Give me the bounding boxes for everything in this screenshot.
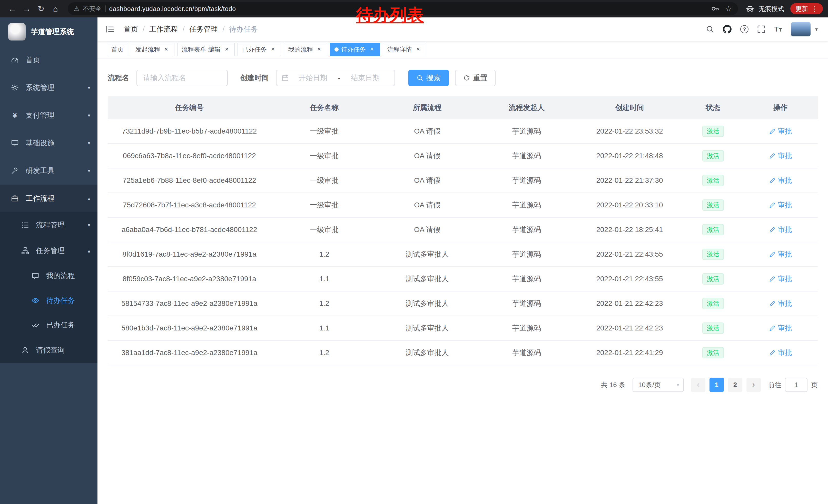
tab-done-tasks[interactable]: 已办任务 × — [238, 43, 281, 56]
tab-process-form-edit[interactable]: 流程表单-编辑 × — [177, 43, 235, 56]
end-date-placeholder[interactable]: 结束日期 — [341, 73, 389, 83]
chevron-down-icon: ▾ — [677, 382, 679, 388]
approve-link[interactable]: 审批 — [769, 151, 792, 161]
cell-initiator: 芋道源码 — [477, 168, 576, 193]
goto-page-input[interactable] — [785, 378, 808, 392]
chevron-down-icon: ▾ — [88, 85, 90, 91]
next-page-button[interactable]: › — [746, 378, 761, 392]
user-avatar[interactable] — [791, 22, 811, 36]
browser-back-icon[interactable]: ← — [5, 2, 19, 16]
page-size-select[interactable]: 10条/页 ▾ — [632, 378, 684, 392]
tab-todo-tasks-active[interactable]: 待办任务 × — [330, 43, 380, 56]
sidebar-item-system[interactable]: 系统管理 ▾ — [0, 74, 97, 101]
cell-action: 审批 — [743, 193, 818, 217]
cell-create-time: 2022-01-21 22:42:23 — [576, 316, 683, 340]
security-label[interactable]: 不安全 — [83, 5, 101, 13]
cell-task-name: 1.2 — [271, 340, 378, 365]
close-icon[interactable]: × — [223, 46, 230, 53]
chevron-down-icon: ▾ — [88, 168, 90, 174]
breadcrumb-task-management[interactable]: 任务管理 — [189, 25, 218, 34]
process-name-input[interactable] — [136, 70, 228, 86]
cell-process: OA 请假 — [378, 217, 477, 242]
sidebar-item-workflow[interactable]: 工作流程 ▴ — [0, 185, 97, 212]
chat-bubble-icon — [31, 272, 40, 280]
approve-link[interactable]: 审批 — [769, 176, 792, 185]
sidebar-item-leave-query[interactable]: 请假查询 — [0, 337, 97, 363]
sidebar-item-done-tasks[interactable]: 已办任务 — [0, 313, 97, 337]
approve-link[interactable]: 审批 — [769, 323, 792, 333]
tab-start-process[interactable]: 发起流程 × — [131, 43, 174, 56]
sidebar-item-process-management[interactable]: 流程管理 ▾ — [0, 212, 97, 238]
cell-task-name: 1.1 — [271, 267, 378, 291]
sidebar-item-infrastructure[interactable]: 基础设施 ▾ — [0, 129, 97, 157]
tab-process-detail[interactable]: 流程详情 × — [383, 43, 426, 56]
approve-link[interactable]: 审批 — [769, 274, 792, 284]
close-icon[interactable]: × — [269, 46, 277, 53]
approve-link[interactable]: 审批 — [769, 249, 792, 259]
start-date-placeholder[interactable]: 开始日期 — [289, 73, 337, 83]
sidebar-toggle-icon[interactable] — [106, 26, 114, 33]
prev-page-button[interactable]: ‹ — [691, 378, 705, 392]
cell-status: 激活 — [683, 119, 743, 144]
annotation-text: 待办列表 — [356, 4, 424, 27]
sidebar-item-my-process[interactable]: 我的流程 — [0, 264, 97, 288]
tab-home[interactable]: 首页 — [107, 43, 128, 56]
menu-dots-icon[interactable]: ⋮ — [811, 5, 818, 12]
browser-reload-icon[interactable]: ↻ — [34, 2, 48, 16]
refresh-icon — [463, 75, 470, 81]
tab-my-process[interactable]: 我的流程 × — [284, 43, 327, 56]
close-icon[interactable]: × — [415, 46, 422, 53]
column-header: 状态 — [683, 96, 743, 119]
avatar-caret-icon[interactable]: ▾ — [815, 26, 818, 32]
app-logo[interactable]: 芋道管理系统 — [0, 17, 97, 46]
reset-button[interactable]: 重置 — [455, 70, 496, 86]
cell-initiator: 芋道源码 — [477, 340, 576, 365]
approve-link[interactable]: 审批 — [769, 200, 792, 210]
cell-create-time: 2022-01-21 22:43:55 — [576, 242, 683, 267]
breadcrumb-workflow[interactable]: 工作流程 — [149, 25, 178, 34]
approve-link[interactable]: 审批 — [769, 299, 792, 308]
search-button[interactable]: 搜索 — [408, 70, 449, 86]
close-icon[interactable]: × — [316, 46, 323, 53]
cell-action: 审批 — [743, 217, 818, 242]
approve-link[interactable]: 审批 — [769, 126, 792, 136]
sidebar-item-home[interactable]: 首页 — [0, 46, 97, 74]
close-icon[interactable]: × — [368, 46, 376, 53]
page-button-2[interactable]: 2 — [728, 378, 742, 392]
sidebar-item-devtools[interactable]: 研发工具 ▾ — [0, 157, 97, 185]
breadcrumb-home[interactable]: 首页 — [124, 25, 138, 34]
page-button-1[interactable]: 1 — [709, 378, 724, 392]
fullscreen-icon[interactable] — [757, 25, 765, 33]
password-key-icon[interactable] — [711, 5, 719, 13]
cell-initiator: 芋道源码 — [477, 144, 576, 168]
cell-process: 测试多审批人 — [378, 340, 477, 365]
approve-link[interactable]: 审批 — [769, 348, 792, 358]
bookmark-star-icon[interactable]: ☆ — [726, 5, 732, 13]
page-url[interactable]: dashboard.yudao.iocoder.cn/bpm/task/todo — [109, 5, 236, 12]
approve-link[interactable]: 审批 — [769, 225, 792, 235]
help-icon[interactable]: ? — [740, 25, 748, 33]
browser-forward-icon[interactable]: → — [19, 2, 34, 16]
browser-home-icon[interactable]: ⌂ — [48, 2, 63, 16]
chevron-down-icon: ▾ — [88, 140, 90, 146]
sidebar-item-payment[interactable]: ¥ 支付管理 ▾ — [0, 101, 97, 129]
calendar-icon — [282, 74, 289, 82]
github-icon[interactable] — [723, 25, 732, 34]
cell-status: 激活 — [683, 217, 743, 242]
search-icon[interactable] — [706, 25, 714, 33]
status-badge: 激活 — [702, 298, 724, 309]
cell-initiator: 芋道源码 — [477, 193, 576, 217]
incognito-badge: 无痕模式 — [745, 5, 784, 13]
browser-update-button[interactable]: 更新 ⋮ — [790, 3, 823, 14]
table-row: a6aba0a4-7b6d-11ec-b781-acde48001122 一级审… — [108, 217, 818, 242]
gear-icon — [10, 84, 19, 92]
sidebar-item-task-management[interactable]: 任务管理 ▴ — [0, 238, 97, 264]
close-icon[interactable]: × — [163, 46, 170, 53]
status-badge: 激活 — [702, 199, 724, 211]
table-row: 73211d9d-7b9b-11ec-b5b7-acde48001122 一级审… — [108, 119, 818, 144]
font-size-icon[interactable]: TT — [774, 25, 782, 33]
cell-action: 审批 — [743, 291, 818, 316]
not-secure-warning-icon: ⚠ — [74, 5, 80, 12]
sidebar-item-todo-tasks[interactable]: 待办任务 — [0, 288, 97, 313]
date-range-picker[interactable]: 开始日期 - 结束日期 — [276, 70, 395, 86]
